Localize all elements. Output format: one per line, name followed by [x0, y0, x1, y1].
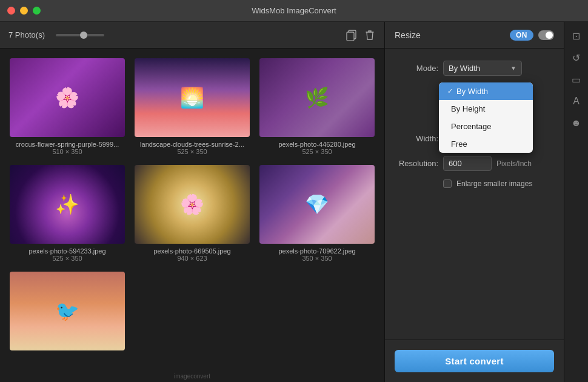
copy-toolbar-icon[interactable]: [346, 29, 358, 41]
side-icon-bar: ⊡↺▭A☻: [564, 22, 588, 382]
photo-thumbnail: 🌿: [259, 58, 375, 137]
thumbnail-image: 🌅: [135, 58, 250, 137]
rotate-icon[interactable]: ↺: [567, 49, 586, 67]
main-layout: 7 Photo(s) 🌸crocus-flower-spring-purple-…: [0, 22, 588, 382]
dropdown-option-label: By Width: [456, 87, 488, 96]
dropdown-option[interactable]: Percentage: [439, 118, 533, 135]
dropdown-option-label: Percentage: [451, 122, 492, 131]
svg-rect-1: [347, 32, 354, 41]
resize-title: Resize: [395, 30, 505, 40]
dropdown-option[interactable]: By Height: [439, 100, 533, 118]
photo-thumbnail: ✨: [10, 165, 125, 244]
thumbnail-image: 🌸: [10, 58, 125, 137]
photo-panel: 7 Photo(s) 🌸crocus-flower-spring-purple-…: [0, 22, 385, 382]
photo-dimensions: 350 × 350: [302, 255, 332, 262]
mode-row: Mode: By Width ▼ ✓By Width By Height Per…: [395, 61, 554, 76]
photo-dimensions: 510 × 350: [52, 148, 82, 155]
resolution-row: Resolution: Pixels/Inch: [395, 156, 554, 171]
photo-item[interactable]: ✨pexels-photo-594233.jpeg525 × 350: [10, 165, 125, 262]
thumbnail-image: 🐦: [10, 272, 125, 350]
enlarge-row: Enlarge smaller images: [443, 179, 554, 188]
minimize-button[interactable]: [20, 7, 28, 15]
settings-area: Mode: By Width ▼ ✓By Width By Height Per…: [385, 49, 564, 340]
window-controls: [7, 7, 41, 15]
chevron-down-icon: ▼: [510, 65, 516, 72]
photo-item[interactable]: 🌅landscape-clouds-trees-sunrise-2...525 …: [135, 58, 250, 155]
enlarge-label: Enlarge smaller images: [456, 179, 532, 188]
resolution-unit: Pixels/Inch: [496, 159, 532, 168]
photo-item[interactable]: 🌸pexels-photo-669505.jpeg940 × 623: [135, 165, 250, 262]
photo-item[interactable]: 🌿pexels-photo-446280.jpeg525 × 350: [259, 58, 375, 155]
person-icon[interactable]: ☻: [567, 114, 586, 132]
mode-select[interactable]: By Width ▼: [443, 61, 522, 76]
photo-dimensions: 525 × 350: [177, 148, 207, 155]
crop-icon[interactable]: ⊡: [567, 27, 586, 45]
mode-label: Mode:: [395, 64, 438, 73]
resize-header: Resize ON: [385, 22, 564, 49]
close-button[interactable]: [7, 7, 15, 15]
toolbar: 7 Photo(s): [0, 22, 384, 49]
mode-selected-value: By Width: [449, 64, 480, 73]
dropdown-option-label: Free: [451, 139, 467, 149]
photo-dimensions: 525 × 350: [302, 148, 332, 155]
resolution-input[interactable]: [443, 156, 492, 171]
width-label: Width:: [395, 134, 438, 143]
photo-thumbnail: 💎: [259, 165, 375, 244]
photo-filename: pexels-photo-709622.jpeg: [278, 247, 355, 255]
photo-thumbnail: 🐦: [10, 272, 125, 350]
photo-dimensions: 525 × 350: [52, 255, 82, 262]
start-convert-button[interactable]: Start convert: [395, 350, 554, 372]
photo-item[interactable]: 💎pexels-photo-709622.jpeg350 × 350: [259, 165, 375, 262]
dropdown-option[interactable]: Free: [439, 135, 533, 153]
enlarge-checkbox[interactable]: [443, 179, 452, 188]
zoom-slider-thumb[interactable]: [80, 32, 87, 39]
photo-thumbnail: 🌸: [135, 165, 250, 244]
delete-toolbar-icon[interactable]: [364, 29, 376, 41]
settings-panel: Resize ON Mode: By Width ▼ ✓By Width By …: [385, 22, 564, 382]
titlebar: WidsMob ImageConvert: [0, 0, 588, 22]
thumbnail-image: 🌿: [259, 58, 375, 137]
text-icon[interactable]: A: [567, 92, 586, 110]
zoom-slider[interactable]: [56, 34, 104, 36]
thumbnail-image: 💎: [259, 165, 375, 244]
resize-toggle[interactable]: ON: [510, 30, 533, 41]
photo-item[interactable]: 🌸crocus-flower-spring-purple-5999...510 …: [10, 58, 125, 155]
border-icon[interactable]: ▭: [567, 70, 586, 89]
photo-filename: pexels-photo-446280.jpeg: [278, 141, 355, 148]
dropdown-option-label: By Height: [451, 104, 485, 113]
thumbnail-image: ✨: [10, 165, 125, 244]
photo-item[interactable]: 🐦: [10, 272, 125, 354]
photo-filename: crocus-flower-spring-purple-5999...: [16, 141, 119, 148]
dropdown-option[interactable]: ✓By Width: [439, 82, 533, 100]
photo-thumbnail: 🌅: [135, 58, 250, 137]
mode-dropdown: ✓By Width By Height Percentage Free: [439, 82, 533, 153]
resize-toggle-slider[interactable]: [538, 30, 554, 40]
watermark-text: imageconvert: [174, 373, 210, 380]
checkmark-icon: ✓: [447, 87, 453, 95]
window-title: WidsMob ImageConvert: [252, 6, 336, 15]
photo-dimensions: 940 × 623: [177, 255, 207, 262]
thumbnail-image: 🌸: [135, 165, 250, 244]
maximize-button[interactable]: [33, 7, 41, 15]
photo-filename: pexels-photo-594233.jpeg: [28, 247, 105, 255]
photo-grid: 🌸crocus-flower-spring-purple-5999...510 …: [0, 49, 384, 364]
photo-thumbnail: 🌸: [10, 58, 125, 137]
photo-filename: landscape-clouds-trees-sunrise-2...: [140, 141, 244, 148]
watermark-bar: imageconvert: [0, 370, 384, 382]
resolution-label: Resolution:: [395, 159, 438, 168]
start-button-area: Start convert: [385, 340, 564, 382]
photo-filename: pexels-photo-669505.jpeg: [153, 247, 230, 255]
photo-count: 7 Photo(s): [8, 30, 45, 39]
